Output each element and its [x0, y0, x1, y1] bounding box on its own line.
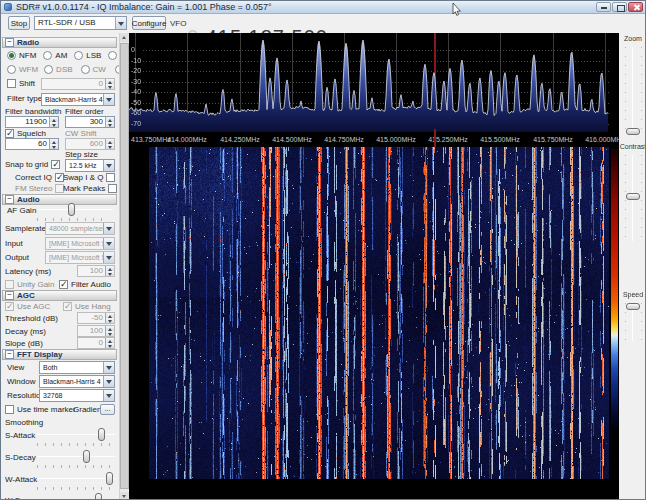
- chevron-down-icon[interactable]: [103, 376, 114, 387]
- squelch-spinner[interactable]: 60: [5, 138, 59, 150]
- spinner-arrows-icon[interactable]: [49, 117, 58, 127]
- s-attack-slider-thumb[interactable]: [98, 428, 105, 441]
- use-agc-checkbox[interactable]: [5, 302, 14, 311]
- mark-peaks-checkbox[interactable]: [108, 184, 117, 193]
- zoom-slider[interactable]: [632, 47, 634, 137]
- chevron-down-icon[interactable]: [103, 362, 114, 373]
- spinner-arrows-icon[interactable]: [49, 139, 58, 149]
- s-decay-slider-thumb[interactable]: [83, 450, 90, 463]
- shift-checkbox[interactable]: [7, 79, 16, 88]
- titlebar[interactable]: SDR# v1.0.0.1174 - IQ Imbalance: Gain = …: [1, 1, 645, 14]
- input-select[interactable]: [MME] Microsoft Sound: [45, 237, 115, 250]
- chevron-down-icon[interactable]: [103, 390, 114, 401]
- decay-spinner[interactable]: 100: [77, 325, 115, 337]
- chevron-down-icon[interactable]: [103, 160, 114, 171]
- freq-axis-label: 415.500MHz: [480, 136, 520, 143]
- speed-label: Speed: [619, 291, 646, 298]
- spectrum-canvas[interactable]: [129, 33, 609, 132]
- freq-axis-label: 414.000MHz: [167, 136, 207, 143]
- unity-gain-checkbox[interactable]: [5, 280, 14, 289]
- waterfall-canvas[interactable]: [129, 147, 609, 479]
- speed-slider-thumb[interactable]: [626, 303, 640, 310]
- filter-type-select[interactable]: Blackman-Harris 4: [41, 93, 115, 106]
- gradient-button[interactable]: ...: [100, 404, 115, 415]
- radio-usb[interactable]: [108, 51, 117, 60]
- w-attack-label: W-Attack: [5, 475, 37, 484]
- filter-bandwidth-spinner[interactable]: 11900: [5, 116, 59, 128]
- threshold-spinner[interactable]: -50: [77, 312, 115, 324]
- filter-audio-checkbox[interactable]: [59, 280, 68, 289]
- view-select[interactable]: Both: [39, 361, 115, 374]
- w-attack-slider[interactable]: [37, 472, 115, 485]
- snap-to-grid-checkbox[interactable]: [51, 160, 60, 169]
- swap-iq-checkbox[interactable]: [106, 173, 115, 182]
- filter-order-label: Filter order: [65, 107, 104, 116]
- zoom-slider-thumb[interactable]: [626, 128, 640, 135]
- squelch-checkbox[interactable]: [5, 129, 14, 138]
- af-gain-slider-thumb[interactable]: [68, 203, 75, 216]
- output-label: Output: [5, 253, 29, 262]
- radio-section-header[interactable]: Radio: [2, 37, 117, 48]
- agc-section-header[interactable]: AGC: [2, 290, 117, 301]
- resolution-select[interactable]: 32768: [39, 389, 115, 402]
- radio-wfm[interactable]: [7, 65, 16, 74]
- shift-spinner[interactable]: 0: [41, 78, 115, 90]
- latency-spinner[interactable]: 100: [77, 265, 115, 277]
- spinner-arrows-icon[interactable]: [105, 266, 114, 276]
- s-attack-slider[interactable]: [37, 428, 115, 441]
- scroll-down-icon[interactable]: [120, 492, 129, 500]
- spinner-arrows-icon[interactable]: [105, 338, 114, 348]
- slope-label: Slope (dB): [5, 339, 43, 348]
- s-decay-slider[interactable]: [37, 450, 115, 463]
- app-icon: [4, 3, 12, 11]
- minimize-icon[interactable]: [596, 2, 611, 12]
- slope-spinner[interactable]: 0: [77, 337, 115, 349]
- freq-axis-label: 414.750MHz: [324, 136, 364, 143]
- spinner-arrows-icon[interactable]: [105, 79, 114, 89]
- spinner-arrows-icon[interactable]: [105, 139, 114, 149]
- w-decay-slider-thumb[interactable]: [95, 493, 102, 500]
- chevron-down-icon[interactable]: [115, 17, 126, 29]
- radio-nfm[interactable]: [7, 51, 16, 60]
- contrast-slider-thumb[interactable]: [626, 193, 640, 200]
- radio-lsb[interactable]: [74, 51, 83, 60]
- close-icon[interactable]: [628, 2, 643, 12]
- spinner-arrows-icon[interactable]: [105, 326, 114, 336]
- window-select[interactable]: Blackman-Harris 4: [39, 375, 115, 388]
- step-size-select[interactable]: 12.5 kHz: [65, 159, 115, 172]
- mouse-cursor: [452, 3, 462, 17]
- samplerate-select[interactable]: 48000 sample/sec: [45, 222, 115, 235]
- spinner-arrows-icon[interactable]: [105, 117, 114, 127]
- intensity-gradient-bar: [611, 149, 618, 431]
- radio-am[interactable]: [43, 51, 52, 60]
- fft-section-header[interactable]: FFT Display: [2, 349, 117, 360]
- maximize-icon[interactable]: [612, 2, 627, 12]
- cw-shift-spinner[interactable]: 600: [65, 138, 115, 150]
- panel-scrollbar[interactable]: [119, 33, 128, 500]
- radio-cw[interactable]: [81, 65, 90, 74]
- output-select[interactable]: [MME] Microsoft Sound: [45, 251, 115, 264]
- w-attack-slider-thumb[interactable]: [106, 472, 113, 485]
- spinner-arrows-icon[interactable]: [105, 313, 114, 323]
- w-decay-slider[interactable]: [37, 493, 115, 500]
- chevron-down-icon[interactable]: [103, 94, 114, 105]
- decay-label: Decay (ms): [5, 327, 46, 336]
- device-select[interactable]: RTL-SDR / USB: [34, 16, 127, 30]
- device-select-value: RTL-SDR / USB: [35, 17, 115, 29]
- use-hang-checkbox[interactable]: [63, 302, 72, 311]
- contrast-slider[interactable]: [632, 155, 634, 241]
- radio-dsb[interactable]: [44, 65, 53, 74]
- chevron-down-icon[interactable]: [103, 252, 114, 263]
- configure-button[interactable]: Configure: [132, 16, 166, 30]
- stop-button[interactable]: Stop: [8, 16, 30, 30]
- af-gain-slider[interactable]: [37, 203, 113, 216]
- time-marker-checkbox[interactable]: [5, 405, 14, 414]
- filter-order-spinner[interactable]: 300: [65, 116, 115, 128]
- scroll-up-icon[interactable]: [120, 33, 129, 42]
- sdrsharp-window: SDR# v1.0.0.1174 - IQ Imbalance: Gain = …: [0, 0, 646, 500]
- filter-bandwidth-label: Filter bandwidth: [5, 107, 61, 116]
- chevron-down-icon[interactable]: [103, 238, 114, 249]
- scrollbar-thumb[interactable]: [120, 43, 129, 489]
- chevron-down-icon[interactable]: [103, 223, 114, 234]
- speed-slider[interactable]: [632, 303, 634, 341]
